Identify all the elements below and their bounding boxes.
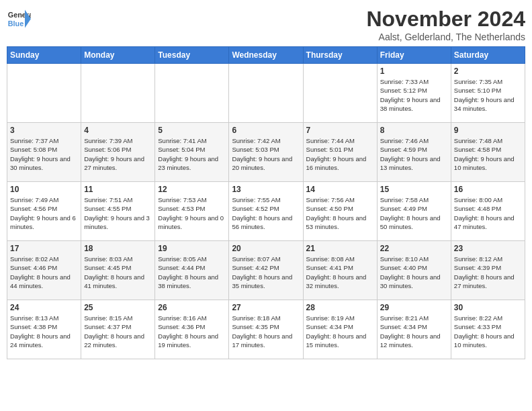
day-info: Sunrise: 7:33 AM Sunset: 5:12 PM Dayligh…	[380, 77, 448, 113]
calendar-cell: 5Sunrise: 7:41 AM Sunset: 5:04 PM Daylig…	[155, 123, 229, 182]
calendar-cell: 19Sunrise: 8:05 AM Sunset: 4:44 PM Dayli…	[155, 241, 229, 300]
calendar-cell: 1Sunrise: 7:33 AM Sunset: 5:12 PM Daylig…	[377, 64, 451, 123]
calendar-cell: 25Sunrise: 8:15 AM Sunset: 4:37 PM Dayli…	[81, 300, 155, 359]
day-number: 30	[454, 303, 522, 312]
day-info: Sunrise: 8:16 AM Sunset: 4:36 PM Dayligh…	[158, 314, 226, 349]
day-info: Sunrise: 7:58 AM Sunset: 4:49 PM Dayligh…	[380, 195, 448, 231]
calendar-cell: 28Sunrise: 8:19 AM Sunset: 4:34 PM Dayli…	[303, 300, 377, 359]
day-info: Sunrise: 7:39 AM Sunset: 5:06 PM Dayligh…	[84, 136, 152, 172]
month-title: November 2024	[366, 7, 525, 32]
day-header-thursday: Thursday	[303, 47, 377, 64]
day-number: 25	[84, 303, 152, 312]
day-number: 19	[158, 244, 226, 253]
day-number: 11	[84, 185, 152, 194]
logo-icon: General Blue	[7, 7, 31, 31]
day-number: 23	[454, 244, 522, 253]
day-number: 16	[454, 185, 522, 194]
day-info: Sunrise: 8:05 AM Sunset: 4:44 PM Dayligh…	[158, 255, 226, 290]
calendar-cell: 18Sunrise: 8:03 AM Sunset: 4:45 PM Dayli…	[81, 241, 155, 300]
day-number: 14	[306, 185, 374, 194]
calendar-cell: 15Sunrise: 7:58 AM Sunset: 4:49 PM Dayli…	[377, 182, 451, 241]
calendar-week-5: 24Sunrise: 8:13 AM Sunset: 4:38 PM Dayli…	[7, 300, 525, 359]
day-info: Sunrise: 8:22 AM Sunset: 4:33 PM Dayligh…	[454, 314, 522, 349]
day-number: 22	[380, 244, 448, 253]
day-info: Sunrise: 7:56 AM Sunset: 4:50 PM Dayligh…	[306, 195, 374, 231]
calendar-cell: 13Sunrise: 7:55 AM Sunset: 4:52 PM Dayli…	[229, 182, 303, 241]
calendar-cell	[155, 64, 229, 123]
day-number: 18	[84, 244, 152, 253]
day-info: Sunrise: 8:10 AM Sunset: 4:40 PM Dayligh…	[380, 255, 448, 290]
day-number: 26	[158, 303, 226, 312]
day-info: Sunrise: 8:12 AM Sunset: 4:39 PM Dayligh…	[454, 255, 522, 290]
day-number: 3	[10, 126, 78, 135]
calendar-week-3: 10Sunrise: 7:49 AM Sunset: 4:56 PM Dayli…	[7, 182, 525, 241]
day-number: 17	[10, 244, 78, 253]
day-info: Sunrise: 7:51 AM Sunset: 4:55 PM Dayligh…	[84, 195, 152, 231]
day-number: 29	[380, 303, 448, 312]
day-number: 20	[232, 244, 300, 253]
calendar-cell: 23Sunrise: 8:12 AM Sunset: 4:39 PM Dayli…	[451, 241, 525, 300]
day-info: Sunrise: 8:19 AM Sunset: 4:34 PM Dayligh…	[306, 314, 374, 349]
day-number: 7	[306, 126, 374, 135]
calendar-cell: 27Sunrise: 8:18 AM Sunset: 4:35 PM Dayli…	[229, 300, 303, 359]
day-info: Sunrise: 8:08 AM Sunset: 4:41 PM Dayligh…	[306, 255, 374, 290]
day-info: Sunrise: 7:48 AM Sunset: 4:58 PM Dayligh…	[454, 136, 522, 172]
day-info: Sunrise: 8:21 AM Sunset: 4:34 PM Dayligh…	[380, 314, 448, 349]
day-number: 5	[158, 126, 226, 135]
day-info: Sunrise: 8:00 AM Sunset: 4:48 PM Dayligh…	[454, 195, 522, 231]
subtitle: Aalst, Gelderland, The Netherlands	[366, 32, 525, 42]
day-info: Sunrise: 7:55 AM Sunset: 4:52 PM Dayligh…	[232, 195, 300, 231]
calendar-cell: 20Sunrise: 8:07 AM Sunset: 4:42 PM Dayli…	[229, 241, 303, 300]
calendar-week-2: 3Sunrise: 7:37 AM Sunset: 5:08 PM Daylig…	[7, 123, 525, 182]
calendar-cell: 7Sunrise: 7:44 AM Sunset: 5:01 PM Daylig…	[303, 123, 377, 182]
day-header-saturday: Saturday	[451, 47, 525, 64]
calendar-cell: 8Sunrise: 7:46 AM Sunset: 4:59 PM Daylig…	[377, 123, 451, 182]
calendar-week-4: 17Sunrise: 8:02 AM Sunset: 4:46 PM Dayli…	[7, 241, 525, 300]
svg-text:Blue: Blue	[8, 19, 24, 28]
day-number: 28	[306, 303, 374, 312]
calendar-cell	[7, 64, 81, 123]
day-info: Sunrise: 8:02 AM Sunset: 4:46 PM Dayligh…	[10, 255, 78, 290]
calendar-cell: 4Sunrise: 7:39 AM Sunset: 5:06 PM Daylig…	[81, 123, 155, 182]
day-info: Sunrise: 7:42 AM Sunset: 5:03 PM Dayligh…	[232, 136, 300, 172]
day-info: Sunrise: 7:44 AM Sunset: 5:01 PM Dayligh…	[306, 136, 374, 172]
calendar-cell: 2Sunrise: 7:35 AM Sunset: 5:10 PM Daylig…	[451, 64, 525, 123]
calendar-cell: 10Sunrise: 7:49 AM Sunset: 4:56 PM Dayli…	[7, 182, 81, 241]
logo: General Blue	[7, 7, 31, 31]
day-number: 1	[380, 66, 448, 76]
day-info: Sunrise: 7:49 AM Sunset: 4:56 PM Dayligh…	[10, 195, 78, 231]
day-info: Sunrise: 8:15 AM Sunset: 4:37 PM Dayligh…	[84, 314, 152, 349]
calendar-cell: 21Sunrise: 8:08 AM Sunset: 4:41 PM Dayli…	[303, 241, 377, 300]
day-number: 2	[454, 66, 522, 76]
day-info: Sunrise: 7:53 AM Sunset: 4:53 PM Dayligh…	[158, 195, 226, 231]
day-info: Sunrise: 8:03 AM Sunset: 4:45 PM Dayligh…	[84, 255, 152, 290]
calendar-cell: 12Sunrise: 7:53 AM Sunset: 4:53 PM Dayli…	[155, 182, 229, 241]
day-number: 6	[232, 126, 300, 135]
calendar-cell	[81, 64, 155, 123]
day-header-friday: Friday	[377, 47, 451, 64]
day-info: Sunrise: 7:41 AM Sunset: 5:04 PM Dayligh…	[158, 136, 226, 172]
calendar-cell: 22Sunrise: 8:10 AM Sunset: 4:40 PM Dayli…	[377, 241, 451, 300]
calendar-cell	[229, 64, 303, 123]
calendar-week-1: 1Sunrise: 7:33 AM Sunset: 5:12 PM Daylig…	[7, 64, 525, 123]
calendar-cell	[303, 64, 377, 123]
day-info: Sunrise: 8:18 AM Sunset: 4:35 PM Dayligh…	[232, 314, 300, 349]
calendar-header-row: SundayMondayTuesdayWednesdayThursdayFrid…	[7, 47, 525, 64]
day-number: 4	[84, 126, 152, 135]
calendar-cell: 11Sunrise: 7:51 AM Sunset: 4:55 PM Dayli…	[81, 182, 155, 241]
day-number: 15	[380, 185, 448, 194]
day-number: 8	[380, 126, 448, 135]
day-header-sunday: Sunday	[7, 47, 81, 64]
day-header-monday: Monday	[81, 47, 155, 64]
calendar-table: SundayMondayTuesdayWednesdayThursdayFrid…	[7, 46, 525, 359]
day-header-tuesday: Tuesday	[155, 47, 229, 64]
day-info: Sunrise: 7:37 AM Sunset: 5:08 PM Dayligh…	[10, 136, 78, 172]
calendar-cell: 14Sunrise: 7:56 AM Sunset: 4:50 PM Dayli…	[303, 182, 377, 241]
day-number: 27	[232, 303, 300, 312]
day-info: Sunrise: 7:46 AM Sunset: 4:59 PM Dayligh…	[380, 136, 448, 172]
title-area: November 2024 Aalst, Gelderland, The Net…	[366, 7, 525, 42]
day-header-wednesday: Wednesday	[229, 47, 303, 64]
day-number: 10	[10, 185, 78, 194]
calendar-cell: 30Sunrise: 8:22 AM Sunset: 4:33 PM Dayli…	[451, 300, 525, 359]
calendar-cell: 24Sunrise: 8:13 AM Sunset: 4:38 PM Dayli…	[7, 300, 81, 359]
